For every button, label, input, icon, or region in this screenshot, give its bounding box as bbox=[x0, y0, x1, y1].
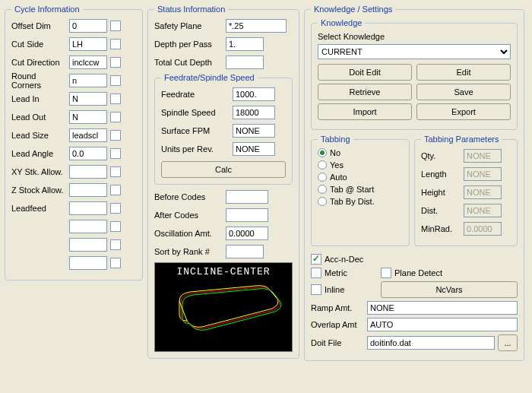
feedrate-label: Feedrate bbox=[161, 90, 230, 99]
cycle-row-input[interactable] bbox=[69, 37, 107, 51]
cycle-row-checkbox[interactable] bbox=[110, 75, 121, 86]
surface-fpm-label: Surface FPM bbox=[161, 126, 230, 135]
cycle-row-label: Lead Angle bbox=[11, 149, 66, 158]
cycle-row-checkbox[interactable] bbox=[110, 166, 121, 177]
svg-line-1 bbox=[271, 290, 277, 298]
spindle-speed-label: Spindle Speed bbox=[161, 108, 230, 117]
cycle-row-checkbox[interactable] bbox=[110, 258, 121, 268]
tabbing-legend: Tabbing bbox=[318, 135, 353, 144]
cycle-row-input[interactable] bbox=[69, 183, 107, 197]
cycle-row-input[interactable] bbox=[69, 256, 107, 270]
inline-label: Inline bbox=[325, 285, 378, 294]
ramp-amt-input[interactable] bbox=[367, 301, 518, 315]
tabparam-input bbox=[464, 204, 502, 217]
cycle-row-input[interactable] bbox=[69, 220, 107, 233]
after-codes-label: After Codes bbox=[154, 211, 223, 220]
inline-checkbox[interactable] bbox=[311, 284, 321, 295]
tabbing-option-label: No bbox=[330, 148, 340, 157]
cycle-row-label: XY Stk. Allow. bbox=[11, 167, 66, 176]
export-button[interactable]: Export bbox=[416, 103, 511, 120]
preview-panel: INCLINE-CENTER bbox=[154, 262, 293, 352]
total-cut-depth-input[interactable] bbox=[226, 55, 264, 69]
tabparam-label: MinRad. bbox=[421, 224, 461, 233]
acc-n-dec-checkbox[interactable] bbox=[311, 254, 321, 265]
tabbing-radio[interactable] bbox=[318, 160, 327, 170]
cycle-row-checkbox[interactable] bbox=[110, 21, 121, 31]
before-codes-label: Before Codes bbox=[154, 192, 223, 201]
cycle-row-label: Z Stock Allow. bbox=[11, 185, 66, 195]
tabbing-option-label: Auto bbox=[330, 173, 347, 182]
cycle-row-input[interactable] bbox=[69, 110, 107, 124]
edit-button[interactable]: Edit bbox=[416, 64, 511, 81]
safety-plane-input[interactable] bbox=[226, 19, 287, 33]
cycle-row-input[interactable] bbox=[69, 19, 107, 33]
metric-checkbox[interactable] bbox=[311, 268, 321, 278]
cycle-row-checkbox[interactable] bbox=[110, 185, 121, 195]
cycle-row-input[interactable] bbox=[69, 238, 107, 252]
units-per-rev-input[interactable] bbox=[233, 142, 275, 156]
doit-file-input[interactable] bbox=[367, 336, 495, 350]
overlap-amt-input[interactable] bbox=[367, 318, 518, 331]
cycle-row-checkbox[interactable] bbox=[110, 112, 121, 122]
tabbing-radio[interactable] bbox=[318, 148, 327, 157]
select-knowledge-dropdown[interactable]: CURRENT bbox=[318, 44, 511, 59]
cycle-row-checkbox[interactable] bbox=[110, 148, 121, 159]
acc-n-dec-label: Acc-n-Dec bbox=[325, 255, 363, 264]
tabbing-option-label: Tab @ Start bbox=[330, 185, 374, 194]
import-button[interactable]: Import bbox=[318, 103, 412, 120]
cycle-row-checkbox[interactable] bbox=[110, 203, 121, 214]
cycle-row-checkbox[interactable] bbox=[110, 93, 121, 104]
cycle-row-label: Cut Direction bbox=[11, 58, 66, 67]
preview-title: INCLINE-CENTER bbox=[155, 263, 292, 277]
tabbing-radio[interactable] bbox=[318, 185, 327, 194]
overlap-amt-label: Overlap Amt bbox=[311, 320, 364, 329]
cycle-row-checkbox[interactable] bbox=[110, 239, 121, 250]
cycle-row-checkbox[interactable] bbox=[110, 130, 121, 141]
tabparam-label: Length bbox=[421, 170, 461, 179]
after-codes-input[interactable] bbox=[226, 208, 268, 222]
surface-fpm-input[interactable] bbox=[233, 124, 275, 138]
tabbing-parameters-legend: Tabbing Parameters bbox=[421, 135, 502, 144]
cycle-row-input[interactable] bbox=[69, 55, 107, 69]
cycle-row-input[interactable] bbox=[69, 201, 107, 215]
sort-by-rank-input[interactable] bbox=[226, 245, 264, 258]
retrieve-button[interactable]: Retrieve bbox=[318, 84, 412, 100]
select-knowledge-label: Select Knowledge bbox=[318, 32, 511, 41]
cycle-row-label: Lead Size bbox=[11, 131, 66, 140]
cycle-row-input[interactable] bbox=[69, 165, 107, 179]
cycle-row-label: Offset Dim bbox=[11, 21, 66, 30]
cycle-row-checkbox[interactable] bbox=[110, 221, 121, 232]
tabparam-label: Height bbox=[421, 188, 461, 197]
tabbing-radio[interactable] bbox=[318, 173, 327, 182]
cycle-row-input[interactable] bbox=[69, 74, 107, 87]
tabbing-group: Tabbing NoYesAutoTab @ StartTab By Dist. bbox=[311, 135, 410, 246]
metric-label: Metric bbox=[325, 268, 378, 277]
calc-button[interactable]: Calc bbox=[161, 161, 286, 178]
spindle-speed-input[interactable] bbox=[233, 106, 275, 119]
cycle-row-label: Lead Out bbox=[11, 113, 66, 122]
doit-file-label: Doit File bbox=[311, 338, 364, 347]
safety-plane-label: Safety Plane bbox=[154, 21, 223, 30]
oscillation-amt-input[interactable] bbox=[226, 227, 268, 240]
feedrate-input[interactable] bbox=[233, 87, 275, 101]
tabbing-parameters-group: Tabbing Parameters Qty.LengthHeightDist.… bbox=[414, 135, 518, 246]
tabbing-radio[interactable] bbox=[318, 197, 327, 206]
doit-edit-button[interactable]: Doit Edit bbox=[318, 64, 412, 81]
depth-per-pass-input[interactable] bbox=[226, 37, 264, 51]
cycle-row-input[interactable] bbox=[69, 92, 107, 106]
before-codes-input[interactable] bbox=[226, 190, 268, 204]
cycle-row-label: Round Corners bbox=[11, 71, 66, 90]
ncvars-button[interactable]: NcVars bbox=[381, 281, 518, 298]
cycle-row-input[interactable] bbox=[69, 147, 107, 160]
save-button[interactable]: Save bbox=[416, 84, 511, 100]
doit-file-browse-button[interactable]: ... bbox=[498, 334, 518, 351]
tabparam-input bbox=[464, 149, 502, 163]
cycle-row-checkbox[interactable] bbox=[110, 57, 121, 68]
tabparam-input bbox=[464, 222, 502, 236]
cycle-row-input[interactable] bbox=[69, 128, 107, 142]
knowledge-settings-group: Knowledge / Settings Knowledge Select Kn… bbox=[304, 5, 524, 361]
plane-detect-checkbox[interactable] bbox=[381, 268, 391, 278]
cycle-row-checkbox[interactable] bbox=[110, 39, 121, 49]
feedrate-spindle-group: Feedrate/Spindle Speed Feedrate Spindle … bbox=[154, 73, 293, 185]
cycle-row-label: Leadfeed bbox=[11, 204, 66, 213]
